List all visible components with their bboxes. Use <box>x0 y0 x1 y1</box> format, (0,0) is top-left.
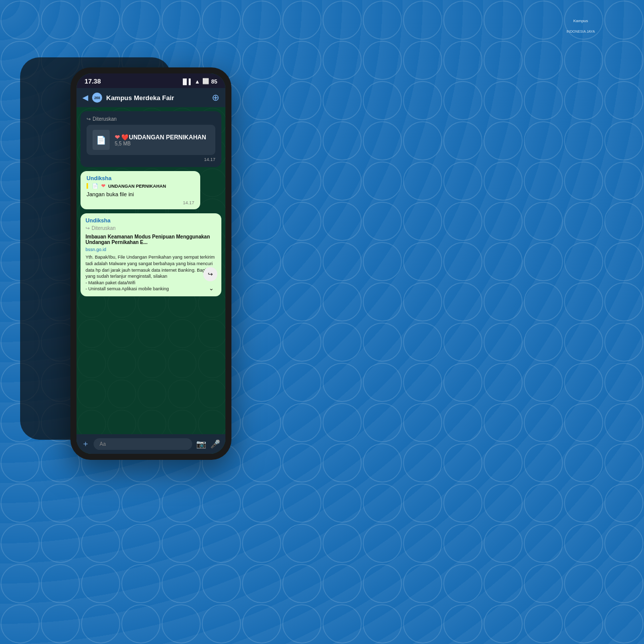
chat-header: ◀ 268 Kampus Merdeka Fair ⊕ <box>76 88 225 107</box>
file-icon-small: 📄 <box>92 183 98 189</box>
battery-icon: ⬜ <box>202 78 209 85</box>
wifi-icon: ▲ <box>195 78 200 85</box>
light-message-1: Undiksha 📄 ❤ UNDANGAN PERNIKAHAN Jangan … <box>80 171 200 209</box>
back-button[interactable]: ◀ <box>83 94 88 102</box>
forward-file-row: 📄 ❤ UNDANGAN PERNIKAHAN <box>92 183 194 189</box>
notif-badge: 268 <box>92 93 102 103</box>
mic-icon[interactable]: 🎤 <box>210 439 220 449</box>
forward-article-message: Undiksha ↪ Diteruskan Imbauan Keamanan M… <box>80 213 221 296</box>
file-icon: 📄 <box>93 130 110 150</box>
dark-message-bubble: ↪ Diteruskan 📄 ❤ ❤️UNDANGAN PERNIKAHAN <box>80 111 221 167</box>
file-info: ❤ ❤️UNDANGAN PERNIKAHAN 5,5 MB <box>115 134 206 146</box>
status-bar: 17.38 ▐▌▌ ▲ ⬜ 85 <box>76 73 225 88</box>
status-icons: ▐▌▌ ▲ ⬜ 85 <box>181 78 217 85</box>
camera-icon[interactable]: 📷 <box>196 439 206 449</box>
scroll-down-button[interactable]: ⌄ <box>205 282 217 294</box>
msg-time-row-1: 14.17 <box>87 200 194 205</box>
forwarded-label-2: ↪ Diteruskan <box>86 225 216 231</box>
forwarded-label: ↪ Diteruskan <box>87 116 215 122</box>
chat-name: Kampus Merdeka Fair <box>106 94 208 102</box>
chat-input-bar: ＋ Aa 📷 🎤 <box>76 434 225 454</box>
sender-name-1: Undiksha <box>87 175 194 181</box>
phone-screen: 17.38 ▐▌▌ ▲ ⬜ 85 ◀ 268 <box>76 73 225 454</box>
long-message-text: Yth. Bapak/Ibu, File Undangan Pernikahan… <box>86 254 216 292</box>
battery-level: 85 <box>211 78 217 85</box>
add-attachment-icon[interactable]: ＋ <box>82 439 90 449</box>
message-input[interactable]: Aa <box>94 438 192 450</box>
share-button[interactable]: ↪ <box>203 267 217 281</box>
sender-name-2: Undiksha <box>86 217 216 223</box>
file-size: 5,5 MB <box>115 141 206 146</box>
phone-time: 17.38 <box>85 77 101 85</box>
source-url: bssn.go.id <box>86 247 216 252</box>
add-button[interactable]: ⊕ <box>212 92 219 103</box>
article-title: Imbauan Keamanan Modus Penipuan Mengguna… <box>86 234 216 245</box>
file-attachment[interactable]: 📄 ❤ ❤️UNDANGAN PERNIKAHAN 5,5 MB <box>87 125 215 155</box>
forward-file-name: UNDANGAN PERNIKAHAN <box>108 184 166 189</box>
signal-icon: ▐▌▌ <box>181 78 192 85</box>
message-time-1: 14.17 <box>87 157 215 162</box>
time-2: 14.17 <box>183 200 194 205</box>
phone-section: 17.38 ▐▌▌ ▲ ⬜ 85 ◀ 268 <box>20 57 262 460</box>
file-name: ❤ ❤️UNDANGAN PERNIKAHAN <box>115 134 206 141</box>
msg-text-1: Jangan buka file ini <box>87 191 194 198</box>
forward-border: 📄 ❤ UNDANGAN PERNIKAHAN <box>87 183 194 189</box>
phone-mockup: 17.38 ▐▌▌ ▲ ⬜ 85 ◀ 268 <box>70 67 231 460</box>
chat-body: ↪ Diteruskan 📄 ❤ ❤️UNDANGAN PERNIKAHAN <box>76 107 225 434</box>
